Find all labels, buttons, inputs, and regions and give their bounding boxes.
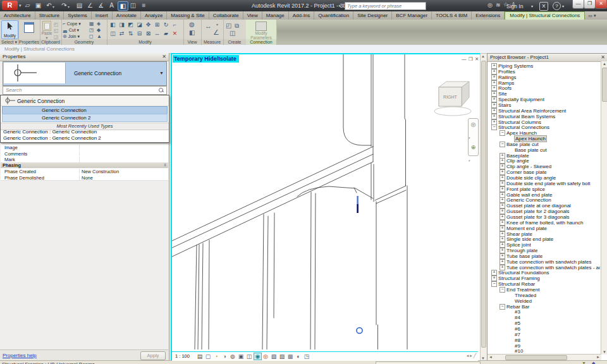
- properties-help-link[interactable]: Properties help: [3, 353, 37, 358]
- help-caret-icon[interactable]: ▾: [562, 4, 564, 8]
- create-similar-icon[interactable]: ⧉: [235, 22, 239, 30]
- dimension-tool-icon[interactable]: ∠: [213, 28, 219, 37]
- properties-header[interactable]: Properties ✕: [0, 53, 169, 61]
- mirror-axis-icon[interactable]: ◩: [126, 21, 135, 28]
- detail-level-icon[interactable]: ▤: [196, 353, 204, 360]
- rendering-icon[interactable]: ◍: [229, 353, 236, 360]
- measure-icon[interactable]: ∠: [85, 1, 95, 9]
- browser-vertical-scrollbar[interactable]: ▲ ▼: [601, 61, 607, 355]
- sign-in-button[interactable]: Sign In: [506, 3, 523, 9]
- tree-item-label[interactable]: Gable wall end plate: [506, 192, 553, 198]
- expand-icon[interactable]: +: [500, 220, 505, 226]
- tree-item-label[interactable]: Moment end plate: [506, 226, 547, 231]
- trim-icon[interactable]: ⌐: [171, 21, 179, 28]
- default-3d-view-icon[interactable]: ◧: [118, 1, 128, 11]
- model-3d-view[interactable]: [172, 54, 478, 349]
- tree-item-label[interactable]: Baseplate: [506, 153, 529, 159]
- move-icon[interactable]: ✥: [144, 21, 152, 28]
- reference-circle[interactable]: [357, 327, 362, 333]
- tab-insert[interactable]: Insert: [92, 11, 113, 20]
- tree-item-label[interactable]: Profiles: [498, 69, 515, 75]
- wall-joins-icon[interactable]: ◈: [97, 21, 101, 27]
- tree-item-label[interactable]: Double side clip angle: [506, 175, 556, 181]
- expand-icon[interactable]: +: [491, 80, 497, 86]
- property-row[interactable]: Phase DemolishedNone: [1, 174, 168, 181]
- tree-item-label[interactable]: Base plate cut: [506, 142, 539, 147]
- tab-bcf-manager[interactable]: BCF Manager: [392, 11, 432, 20]
- tree-item-label[interactable]: Structural Columns: [498, 119, 541, 125]
- tree-item-label[interactable]: Single side end plate: [506, 236, 553, 242]
- tree-item-label[interactable]: Structural Rebar: [498, 281, 535, 287]
- modify-tool-button[interactable]: Modify: [1, 20, 18, 39]
- tab-massing-site[interactable]: Massing & Site: [167, 11, 209, 20]
- tree-item-label[interactable]: Structural Framing: [498, 276, 540, 281]
- analytical-model-icon[interactable]: ▨: [278, 353, 286, 360]
- tab-analyze[interactable]: Analyze: [141, 11, 167, 20]
- help-icon[interactable]: ?: [553, 2, 561, 10]
- tree-item-label[interactable]: Piping Systems: [498, 63, 533, 69]
- scroll-up-icon[interactable]: ▲: [601, 62, 607, 66]
- tree-item-label[interactable]: Splice joint: [506, 242, 531, 248]
- tree-item-label[interactable]: Stairs: [498, 102, 511, 108]
- expand-icon[interactable]: +: [500, 192, 505, 198]
- tree-item-label[interactable]: Structural Area Reinforcement: [498, 108, 566, 114]
- exchange-apps-icon[interactable]: Χ: [539, 2, 548, 11]
- tab-collaborate[interactable]: Collaborate: [209, 11, 243, 20]
- tree-item-label[interactable]: #7: [515, 332, 520, 337]
- expand-icon[interactable]: +: [491, 91, 497, 97]
- tree-item-label[interactable]: Ramps: [498, 80, 514, 86]
- close-button[interactable]: ✕: [595, 0, 607, 9]
- tree-item-label[interactable]: #9: [515, 343, 520, 349]
- open-icon[interactable]: ▱: [23, 1, 32, 9]
- join-button[interactable]: ⊕ Join ▾: [63, 33, 80, 39]
- mru-item-2[interactable]: Generic Connection : Generic Connection …: [1, 135, 169, 142]
- tab-quantification[interactable]: Quantification: [314, 11, 353, 20]
- collapse-icon[interactable]: −: [500, 304, 505, 310]
- tree-item-label[interactable]: Tube connection with sandwich plates: [506, 259, 591, 265]
- redo-caret-icon[interactable]: ▾: [68, 4, 70, 9]
- expand-icon[interactable]: +: [500, 248, 505, 253]
- expand-icon[interactable]: +: [500, 175, 505, 181]
- reveal-hidden-icon[interactable]: ◎: [262, 353, 269, 360]
- offset-icon[interactable]: ◨: [118, 21, 126, 28]
- show-crop-icon[interactable]: ◫: [245, 353, 253, 360]
- view-scale-button[interactable]: 1 : 100: [175, 353, 190, 359]
- tree-item-label[interactable]: Base plate cut: [515, 147, 547, 153]
- tree-item-label[interactable]: Apex Haunch: [515, 136, 546, 142]
- collapse-icon[interactable]: −: [500, 142, 505, 147]
- properties-close-icon[interactable]: ✕: [159, 53, 169, 61]
- panel-properties-label[interactable]: Properties: [18, 39, 40, 45]
- expand-icon[interactable]: +: [500, 214, 505, 220]
- expand-icon[interactable]: +: [491, 276, 497, 281]
- worksharing-icon[interactable]: ◐: [295, 353, 302, 360]
- dropdown-type-2[interactable]: Generic Connection 2: [2, 114, 168, 122]
- scrollbar-thumb[interactable]: [602, 68, 607, 102]
- measure-tool-icon[interactable]: ↔: [205, 22, 212, 30]
- expand-icon[interactable]: +: [500, 242, 505, 248]
- shadows-icon[interactable]: ◑: [221, 353, 228, 360]
- collapse-icon[interactable]: −: [500, 130, 505, 136]
- array-icon[interactable]: ⇄: [118, 30, 126, 37]
- temporary-hide-isolate-icon[interactable]: ◉: [254, 353, 262, 360]
- tree-item-label[interactable]: #10: [515, 348, 523, 354]
- expand-icon[interactable]: +: [491, 102, 497, 108]
- expand-icon[interactable]: +: [500, 169, 505, 175]
- align2-icon[interactable]: ↔: [153, 30, 161, 37]
- copy-to-clipboard-icon[interactable]: ◱: [54, 28, 59, 33]
- mru-item-1[interactable]: Generic Connection : Generic Connection: [1, 129, 169, 135]
- sign-in-caret-icon[interactable]: ▾: [531, 4, 533, 8]
- minimize-button[interactable]: —: [572, 0, 584, 9]
- scroll-left-icon[interactable]: ◄: [489, 355, 493, 359]
- modify-parameters-button[interactable]: Modify Parameters: [250, 20, 272, 40]
- constraints-icon[interactable]: ▩: [286, 353, 294, 360]
- tree-item-label[interactable]: Clip angle - Skewed: [506, 164, 551, 169]
- tree-item-label[interactable]: Through plate: [506, 248, 537, 253]
- tree-item-label[interactable]: #5: [515, 320, 520, 326]
- create-assembly-icon[interactable]: ◫: [230, 30, 235, 37]
- tab-add-ins[interactable]: Add-Ins: [289, 11, 315, 20]
- tree-item-label[interactable]: Welded: [515, 298, 532, 304]
- expand-icon[interactable]: +: [500, 253, 505, 259]
- type-selector[interactable]: Generic Connection ▼: [3, 61, 167, 86]
- temporary-view-properties-icon[interactable]: ▧: [270, 353, 278, 360]
- pin-icon[interactable]: ⊟: [135, 30, 144, 37]
